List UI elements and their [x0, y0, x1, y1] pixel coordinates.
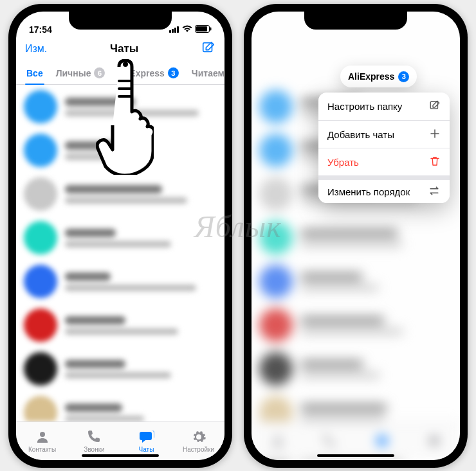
svg-rect-1 — [172, 29, 174, 33]
gear-icon — [191, 429, 206, 445]
edit-button[interactable]: Изм. — [25, 43, 47, 55]
nav-header: Изм. Чаты — [16, 36, 224, 62]
avatar — [24, 352, 57, 386]
folder-badge: 3 — [168, 67, 179, 78]
chat-row[interactable] — [16, 303, 224, 347]
folder-tab-personal[interactable]: Личные 6 — [50, 62, 112, 84]
tab-label: Звонки — [84, 446, 104, 453]
tab-label: Чаты — [139, 446, 154, 453]
avatar — [24, 177, 57, 211]
status-time: 17:54 — [29, 24, 52, 35]
folder-tab-readable[interactable]: Читаемое 3 — [185, 62, 224, 84]
avatar — [24, 90, 57, 123]
folder-label: Читаемое — [192, 68, 224, 78]
svg-rect-5 — [196, 26, 207, 31]
person-icon — [35, 429, 50, 445]
menu-remove[interactable]: Убрать — [318, 148, 450, 175]
menu-reorder[interactable]: Изменить порядок — [318, 175, 450, 203]
notch — [69, 12, 172, 30]
chat-row[interactable] — [16, 216, 224, 260]
notch — [304, 12, 407, 30]
chat-icon — [139, 429, 154, 445]
folder-tab-all[interactable]: Все — [20, 62, 50, 84]
chat-row[interactable] — [16, 172, 224, 216]
svg-rect-6 — [210, 28, 212, 31]
menu-label: Убрать — [327, 157, 359, 168]
battery-icon — [195, 24, 212, 35]
folder-label: Личные — [56, 68, 91, 78]
tab-label: Контакты — [28, 446, 56, 453]
avatar — [24, 265, 57, 298]
avatar — [24, 308, 57, 342]
folder-chip: AliExpress 3 — [340, 66, 417, 87]
chat-row[interactable] — [16, 129, 224, 172]
svg-rect-3 — [177, 26, 179, 33]
context-menu: Настроить папку Добавить чаты Убрать — [318, 93, 450, 203]
folder-tab-aliexpress[interactable]: AliExpress 3 — [111, 62, 185, 84]
phone-right: AliExpress 3 Настроить папку Добавить ча… — [244, 4, 468, 468]
home-indicator[interactable] — [82, 454, 159, 457]
chat-row[interactable] — [16, 391, 224, 422]
home-indicator[interactable] — [317, 454, 394, 457]
avatar — [24, 134, 57, 167]
page-title: Чаты — [110, 42, 138, 55]
svg-rect-2 — [174, 28, 176, 33]
chip-badge: 3 — [398, 71, 409, 82]
tab-label: Настройки — [183, 446, 214, 453]
phone-left: 17:54 Изм. Чаты — [8, 4, 232, 468]
folder-label: AliExpress — [118, 68, 164, 78]
compose-button[interactable] — [201, 40, 215, 57]
chat-row[interactable] — [16, 260, 224, 303]
chip-label: AliExpress — [348, 71, 394, 82]
tab-contacts[interactable]: Контакты — [16, 422, 68, 460]
menu-edit-folder[interactable]: Настроить папку — [318, 93, 450, 120]
menu-add-chats[interactable]: Добавить чаты — [318, 120, 450, 148]
svg-point-8 — [40, 432, 45, 437]
plus-icon — [429, 128, 441, 141]
chat-row[interactable] — [16, 347, 224, 391]
tab-settings[interactable]: Настройки — [172, 422, 224, 460]
chat-list[interactable] — [16, 85, 224, 422]
menu-label: Изменить порядок — [327, 186, 410, 197]
folder-badge: 6 — [94, 67, 105, 78]
menu-label: Добавить чаты — [327, 129, 394, 140]
menu-label: Настроить папку — [327, 101, 402, 112]
folder-label: Все — [26, 68, 43, 78]
folder-tabs: Все Личные 6 AliExpress 3 Читаемое 3 — [16, 62, 224, 85]
svg-rect-0 — [169, 30, 171, 33]
cellular-icon — [169, 24, 179, 35]
trash-icon — [429, 156, 441, 169]
avatar — [24, 221, 57, 254]
avatar — [24, 396, 57, 422]
compose-icon — [429, 100, 441, 113]
reorder-icon — [428, 186, 441, 198]
wifi-icon — [182, 24, 192, 35]
phone-icon — [87, 429, 102, 445]
chat-row[interactable] — [16, 85, 224, 129]
